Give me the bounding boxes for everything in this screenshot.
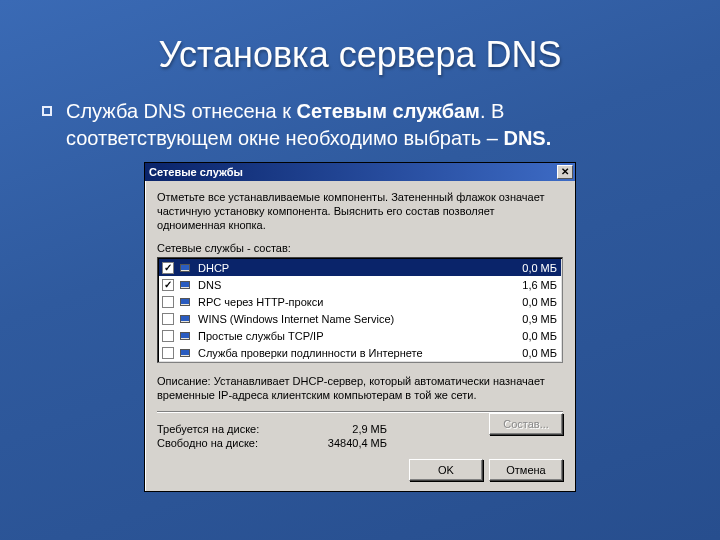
bullet-marker-icon	[42, 106, 52, 116]
list-item-label: WINS (Windows Internet Name Service)	[198, 313, 510, 325]
list-item-size: 0,9 МБ	[522, 313, 557, 325]
disk-free-value: 34840,4 МБ	[307, 437, 387, 449]
compose-button: Состав...	[489, 413, 563, 435]
disk-required-value: 2,9 МБ	[307, 423, 387, 435]
list-item[interactable]: DHCP0,0 МБ	[159, 259, 561, 276]
bullet-item: Служба DNS отнесена к Сетевым службам. В…	[42, 98, 668, 152]
close-icon: ✕	[561, 167, 569, 177]
list-item[interactable]: DNS1,6 МБ	[159, 276, 561, 293]
slide-title: Установка сервера DNS	[52, 34, 668, 76]
list-item-label: Служба проверки подлинности в Интернете	[198, 347, 510, 359]
components-listbox[interactable]: DHCP0,0 МБDNS1,6 МБRPC через HTTP-прокси…	[157, 257, 563, 363]
ok-button[interactable]: OK	[409, 459, 483, 481]
checkbox[interactable]	[162, 262, 174, 274]
list-item[interactable]: Служба проверки подлинности в Интернете0…	[159, 344, 561, 361]
dialog-title: Сетевые службы	[149, 166, 243, 178]
list-item-size: 0,0 МБ	[522, 347, 557, 359]
description-label: Описание:	[157, 375, 211, 387]
service-icon	[178, 329, 194, 343]
service-icon	[178, 295, 194, 309]
list-item-label: DHCP	[198, 262, 510, 274]
disk-required-label: Требуется на диске:	[157, 423, 307, 435]
service-icon	[178, 346, 194, 360]
list-item[interactable]: Простые службы TCP/IP0,0 МБ	[159, 327, 561, 344]
list-item-size: 0,0 МБ	[522, 262, 557, 274]
bullet-text-bold: Сетевым службам	[297, 100, 480, 122]
checkbox[interactable]	[162, 330, 174, 342]
description-text: Устанавливает DHCP-сервер, который автом…	[157, 375, 545, 401]
checkbox[interactable]	[162, 313, 174, 325]
list-item-size: 0,0 МБ	[522, 330, 557, 342]
bullet-text-bold: DNS.	[503, 127, 551, 149]
list-item-label: Простые службы TCP/IP	[198, 330, 510, 342]
checkbox[interactable]	[162, 347, 174, 359]
dialog-titlebar[interactable]: Сетевые службы ✕	[145, 163, 575, 181]
list-item-label: DNS	[198, 279, 510, 291]
list-item-size: 1,6 МБ	[522, 279, 557, 291]
dialog-intro-text: Отметьте все устанавливаемые компоненты.…	[157, 191, 563, 232]
list-label: Сетевые службы - состав:	[157, 242, 563, 254]
list-item[interactable]: RPC через HTTP-прокси0,0 МБ	[159, 293, 561, 310]
dialog-network-services: Сетевые службы ✕ Отметьте все устанавлив…	[144, 162, 576, 492]
cancel-button[interactable]: Отмена	[489, 459, 563, 481]
checkbox[interactable]	[162, 296, 174, 308]
service-icon	[178, 312, 194, 326]
disk-free-label: Свободно на диске:	[157, 437, 307, 449]
list-item-size: 0,0 МБ	[522, 296, 557, 308]
service-icon	[178, 261, 194, 275]
bullet-text-part: Служба DNS отнесена к	[66, 100, 297, 122]
list-item-label: RPC через HTTP-прокси	[198, 296, 510, 308]
list-item[interactable]: WINS (Windows Internet Name Service)0,9 …	[159, 310, 561, 327]
service-icon	[178, 278, 194, 292]
bullet-text: Служба DNS отнесена к Сетевым службам. В…	[66, 98, 668, 152]
close-button[interactable]: ✕	[557, 165, 573, 179]
checkbox[interactable]	[162, 279, 174, 291]
